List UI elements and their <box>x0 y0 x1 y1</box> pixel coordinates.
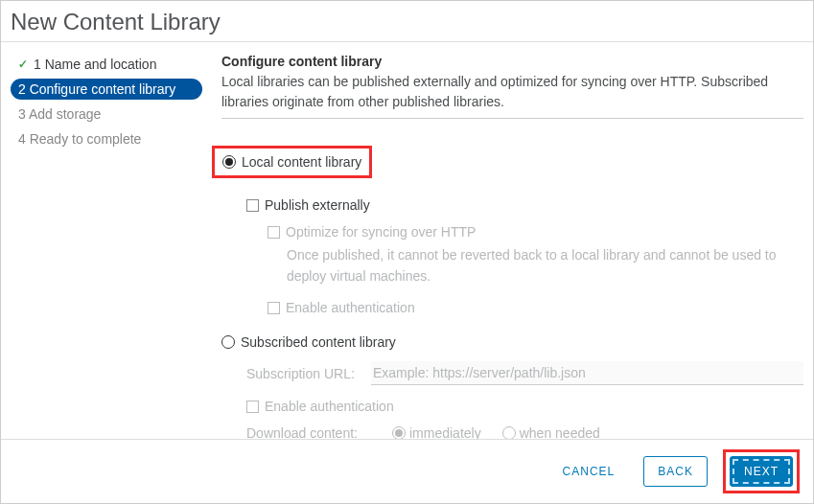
radio-label: when needed <box>520 425 600 439</box>
step-label: 1 Name and location <box>34 57 156 72</box>
next-button[interactable]: Next <box>730 456 793 487</box>
step-name-and-location[interactable]: ✓ 1 Name and location <box>11 54 202 75</box>
radio-label: Subscribed content library <box>241 334 396 350</box>
enable-authentication-checkbox-sub: Enable authentication <box>246 399 803 414</box>
download-immediately-radio: immediately <box>392 425 481 439</box>
subscription-url-row: Subscription URL: <box>246 361 803 385</box>
dialog-body: ✓ 1 Name and location 2 Configure conten… <box>1 42 813 439</box>
cancel-button[interactable]: Cancel <box>549 457 629 486</box>
download-content-row: Download content: immediately when neede… <box>246 425 803 439</box>
next-button-highlight: Next <box>723 449 800 493</box>
step-label: 2 Configure content library <box>18 81 175 97</box>
divider <box>221 118 803 119</box>
enable-authentication-checkbox: Enable authentication <box>267 300 803 315</box>
step-label: 4 Ready to complete <box>18 131 141 147</box>
radio-label: immediately <box>409 425 481 439</box>
section-heading: Configure content library <box>221 54 803 69</box>
checkbox-label: Optimize for syncing over HTTP <box>286 224 476 240</box>
optimize-syncing-checkbox: Optimize for syncing over HTTP <box>267 224 803 240</box>
checkbox-icon <box>267 226 280 239</box>
checkmark-icon: ✓ <box>18 57 28 71</box>
step-ready-to-complete: 4 Ready to complete <box>11 128 202 149</box>
subscribed-content-library-radio[interactable]: Subscribed content library <box>221 334 803 350</box>
download-content-label: Download content: <box>246 425 371 439</box>
checkbox-label: Publish externally <box>265 197 370 213</box>
checkbox-icon <box>246 401 259 413</box>
checkbox-icon <box>267 302 280 314</box>
optimize-note: Once published, it cannot be reverted ba… <box>287 245 803 286</box>
download-when-needed-radio: when needed <box>502 425 600 439</box>
content-panel: Configure content library Local librarie… <box>212 54 803 439</box>
radio-icon <box>221 335 235 349</box>
checkbox-icon <box>246 199 259 212</box>
publish-externally-checkbox[interactable]: Publish externally <box>246 197 803 213</box>
radio-icon <box>222 155 236 169</box>
radio-icon <box>392 426 406 439</box>
back-button[interactable]: Back <box>643 456 708 487</box>
dialog-title: New Content Library <box>1 1 813 42</box>
step-add-storage: 3 Add storage <box>11 103 202 125</box>
step-label: 3 Add storage <box>18 106 101 122</box>
local-content-library-radio[interactable]: Local content library <box>212 146 372 178</box>
radio-label: Local content library <box>242 154 361 170</box>
dialog-footer: Cancel Back Next <box>1 439 813 503</box>
checkbox-label: Enable authentication <box>286 300 415 315</box>
wizard-steps: ✓ 1 Name and location 2 Configure conten… <box>11 54 212 439</box>
step-configure-content-library[interactable]: 2 Configure content library <box>11 79 202 100</box>
radio-icon <box>502 426 516 439</box>
subscription-url-label: Subscription URL: <box>246 366 371 381</box>
section-description: Local libraries can be published externa… <box>221 72 803 112</box>
new-content-library-dialog: New Content Library ✓ 1 Name and locatio… <box>0 0 814 504</box>
checkbox-label: Enable authentication <box>265 399 394 414</box>
subscription-url-input <box>371 361 803 385</box>
